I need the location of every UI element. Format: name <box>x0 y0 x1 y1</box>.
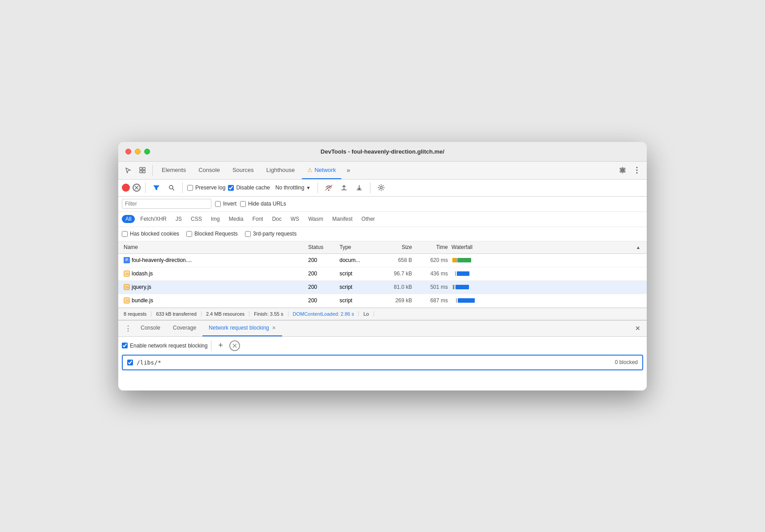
tab-overflow-button[interactable]: » <box>343 167 354 174</box>
filter-icon[interactable] <box>150 181 163 194</box>
close-button[interactable] <box>125 149 131 154</box>
download-icon[interactable] <box>353 181 365 194</box>
js-icon: JS <box>124 284 130 290</box>
search-icon[interactable] <box>165 181 178 194</box>
header-sort[interactable]: ▲ <box>634 244 643 250</box>
cell-waterfall <box>450 283 634 291</box>
tab-console[interactable]: Console <box>193 161 225 179</box>
tab-network[interactable]: ⚠ Network <box>302 161 341 179</box>
third-party-checkbox[interactable]: 3rd-party requests <box>245 231 297 237</box>
clear-button[interactable] <box>133 184 141 192</box>
wifi-icon[interactable] <box>322 181 335 194</box>
blocked-count: 0 blocked <box>615 359 638 365</box>
table-row[interactable]: foul-heavenly-direction.... 200 docum...… <box>118 254 647 267</box>
close-panel-icon[interactable]: ✕ <box>632 325 643 332</box>
invert-checkbox[interactable]: Invert <box>215 201 236 207</box>
cell-waterfall <box>450 257 634 264</box>
preserve-log-checkbox[interactable]: Preserve log <box>187 184 225 191</box>
type-filter-js[interactable]: JS <box>172 215 185 223</box>
add-pattern-button[interactable]: + <box>215 340 226 351</box>
header-waterfall: Waterfall <box>450 244 634 250</box>
tab-elements[interactable]: Elements <box>156 161 191 179</box>
type-filter-wasm[interactable]: Wasm <box>305 215 327 223</box>
inspect-icon[interactable] <box>136 164 149 176</box>
type-filter-css[interactable]: CSS <box>187 215 206 223</box>
window-title: DevTools - foul-heavenly-direction.glitc… <box>321 148 444 155</box>
cell-type: docum... <box>338 257 374 263</box>
svg-rect-3 <box>143 171 145 173</box>
cursor-icon[interactable] <box>122 164 134 176</box>
network-table: Name Status Type Size Time Waterfall ▲ <box>118 241 647 308</box>
more-tabs-icon[interactable]: ⋮ <box>122 324 134 333</box>
type-filter-other[interactable]: Other <box>358 215 378 223</box>
header-time: Time <box>414 244 450 250</box>
svg-rect-0 <box>140 167 142 170</box>
blocked-filters-row: Has blocked cookies Blocked Requests 3rd… <box>118 227 647 241</box>
dom-loaded-time: DOMContentLoaded: 2.86 s <box>288 311 359 317</box>
cell-time: 687 ms <box>414 297 450 304</box>
filter-row: Invert Hide data URLs <box>118 197 647 212</box>
resources-size: 2.4 MB resources <box>202 311 249 317</box>
js-icon: JS <box>124 270 130 277</box>
upload-icon[interactable] <box>338 181 350 194</box>
type-filter-fetch-xhr[interactable]: Fetch/XHR <box>137 215 170 223</box>
type-filter-media[interactable]: Media <box>225 215 247 223</box>
table-row[interactable]: JS bundle.js 200 script 269 kB 687 ms <box>118 294 647 308</box>
type-filter-ws[interactable]: WS <box>287 215 303 223</box>
blocked-requests-checkbox[interactable]: Blocked Requests <box>186 231 238 237</box>
network-settings-icon[interactable] <box>375 181 387 194</box>
type-filter-font[interactable]: Font <box>249 215 266 223</box>
tab-sources[interactable]: Sources <box>227 161 259 179</box>
rule-checkbox[interactable] <box>127 360 133 365</box>
tab-coverage[interactable]: Coverage <box>167 320 202 336</box>
record-button[interactable] <box>122 184 130 192</box>
cell-time: 620 ms <box>414 257 450 263</box>
blocking-rule-item[interactable]: /libs/* 0 blocked <box>122 355 643 370</box>
more-options-icon[interactable] <box>631 164 643 176</box>
filter-input[interactable] <box>122 199 211 209</box>
svg-point-9 <box>169 185 173 189</box>
throttle-dropdown[interactable]: No throttling ▼ <box>273 184 314 192</box>
settings-icon[interactable] <box>616 164 629 176</box>
disable-cache-checkbox[interactable]: Disable cache <box>228 184 270 191</box>
svg-rect-2 <box>140 171 142 173</box>
blocking-header: Enable network request blocking + <box>122 340 643 351</box>
cell-status: 200 <box>306 257 338 263</box>
tab-lighthouse[interactable]: Lighthouse <box>261 161 301 179</box>
cell-size: 658 B <box>374 257 414 263</box>
cell-status: 200 <box>306 297 338 304</box>
table-row[interactable]: JS lodash.js 200 script 96.7 kB 436 ms <box>118 267 647 281</box>
cell-name: JS lodash.js <box>122 270 306 277</box>
cell-type: script <box>338 270 374 277</box>
cell-waterfall <box>450 270 634 277</box>
bottom-tabs: ⋮ Console Coverage Network request block… <box>118 321 647 337</box>
table-row[interactable]: JS jquery.js 200 script 81.0 kB 501 ms <box>118 281 647 294</box>
cell-status: 200 <box>306 284 338 290</box>
clear-patterns-button[interactable] <box>229 340 240 351</box>
type-filter-manifest[interactable]: Manifest <box>329 215 356 223</box>
header-type: Type <box>338 244 374 250</box>
type-filter-doc[interactable]: Doc <box>268 215 285 223</box>
enable-blocking-checkbox[interactable]: Enable network request blocking <box>122 343 207 349</box>
type-filter-all[interactable]: All <box>122 215 135 223</box>
minimize-button[interactable] <box>135 149 141 154</box>
tab-console-bottom[interactable]: Console <box>134 320 167 336</box>
svg-point-4 <box>636 167 638 168</box>
svg-rect-1 <box>143 167 145 170</box>
cell-time: 501 ms <box>414 284 450 290</box>
blocking-panel: Enable network request blocking + /libs/… <box>118 337 647 390</box>
header-size: Size <box>374 244 414 250</box>
blocked-cookies-checkbox[interactable]: Has blocked cookies <box>122 231 179 237</box>
maximize-button[interactable] <box>144 149 150 154</box>
js-icon: JS <box>124 297 130 304</box>
hide-data-urls-checkbox[interactable]: Hide data URLs <box>240 201 286 207</box>
close-tab-icon[interactable]: ✕ <box>272 325 276 331</box>
tab-network-blocking[interactable]: Network request blocking ✕ <box>202 320 282 336</box>
transferred-size: 633 kB transferred <box>151 311 202 317</box>
cell-name: JS jquery.js <box>122 284 306 290</box>
toolbar-divider-2 <box>145 182 146 193</box>
type-filter-img[interactable]: Img <box>207 215 223 223</box>
svg-rect-13 <box>125 257 129 263</box>
svg-line-10 <box>173 189 175 191</box>
cell-size: 96.7 kB <box>374 270 414 277</box>
